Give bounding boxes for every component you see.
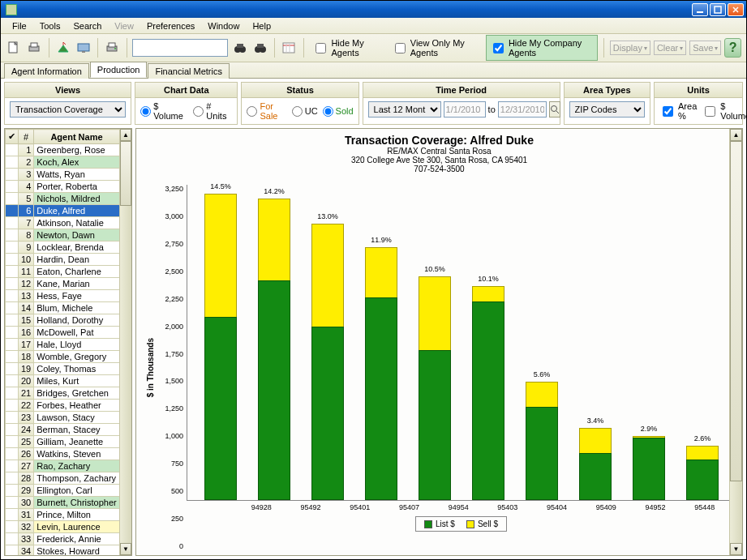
agent-row[interactable]: 8Newton, Dawn (6, 229, 120, 242)
row-check-cell[interactable] (6, 242, 19, 254)
row-check-cell[interactable] (6, 266, 19, 278)
row-check-cell[interactable] (6, 412, 19, 424)
menu-help[interactable]: Help (246, 19, 277, 32)
agent-row[interactable]: 2Koch, Alex (6, 156, 120, 169)
agent-row[interactable]: 5Nichols, Mildred (6, 193, 120, 205)
agent-row[interactable]: 6Duke, Alfred (6, 205, 120, 217)
col-number[interactable]: # (19, 130, 34, 144)
agent-row[interactable]: 9Locklear, Brenda (6, 242, 120, 254)
row-check-cell[interactable] (6, 169, 19, 181)
chk-hide-company-agents[interactable]: Hide My Company Agents (486, 35, 598, 61)
time-period-select[interactable]: Last 12 Mont... (368, 101, 441, 118)
row-check-cell[interactable] (6, 545, 19, 556)
agent-row[interactable]: 1Greenberg, Rose (6, 144, 120, 156)
radio-uc[interactable]: UC (292, 106, 318, 117)
row-check-cell[interactable] (6, 205, 19, 217)
row-check-cell[interactable] (6, 302, 19, 314)
row-check-cell[interactable] (6, 144, 19, 156)
agent-row[interactable]: 29Ellington, Carl (6, 485, 120, 497)
agent-row[interactable]: 14Blum, Michele (6, 302, 120, 314)
row-check-cell[interactable] (6, 327, 19, 339)
chart-scrollbar[interactable]: ▲ ▼ (729, 129, 742, 555)
row-check-cell[interactable] (6, 497, 19, 509)
radio-sold[interactable]: Sold (323, 106, 354, 117)
menu-window[interactable]: Window (201, 19, 246, 32)
agent-row[interactable]: 11Eaton, Charlene (6, 266, 120, 278)
row-check-cell[interactable] (6, 448, 19, 460)
agent-row[interactable]: 13Hess, Faye (6, 290, 120, 302)
agent-row[interactable]: 12Kane, Marian (6, 278, 120, 290)
agent-row[interactable]: 30Burnett, Christopher (6, 497, 120, 509)
chart-scroll-up-icon[interactable]: ▲ (730, 129, 742, 141)
chk-hide-my-agents[interactable]: Hide My Agents (309, 36, 384, 60)
help-button[interactable]: ? (724, 38, 741, 58)
row-check-cell[interactable] (6, 436, 19, 448)
col-check-icon[interactable]: ✔ (6, 130, 19, 144)
agent-row[interactable]: 20Miles, Kurt (6, 375, 120, 387)
agent-row[interactable]: 33Frederick, Annie (6, 533, 120, 545)
window-maximize-button[interactable] (710, 3, 726, 16)
window-minimize-button[interactable] (692, 3, 708, 16)
row-check-cell[interactable] (6, 509, 19, 521)
chart-scroll-down-icon[interactable]: ▼ (730, 543, 742, 555)
agent-row[interactable]: 3Watts, Ryan (6, 169, 120, 181)
col-agent-name[interactable]: Agent Name (34, 130, 119, 144)
row-check-cell[interactable] (6, 181, 19, 193)
row-check-cell[interactable] (6, 290, 19, 302)
agent-row[interactable]: 24Berman, Stacey (6, 424, 120, 436)
row-check-cell[interactable] (6, 485, 19, 497)
views-select[interactable]: Transaction Coverage (10, 101, 126, 118)
toolbar-print-icon[interactable] (26, 38, 43, 58)
scroll-thumb[interactable] (120, 141, 131, 206)
agent-row[interactable]: 7Atkinson, Natalie (6, 217, 120, 229)
tab-agent-information[interactable]: Agent Information (4, 63, 89, 79)
agent-row[interactable]: 32Levin, Laurence (6, 521, 120, 533)
menu-preferences[interactable]: Preferences (140, 19, 201, 32)
toolbar-export-icon[interactable] (54, 38, 71, 58)
row-check-cell[interactable] (6, 193, 19, 205)
toolbar-monitor-icon[interactable] (75, 38, 92, 58)
chk-dollar-volume[interactable]: $ Volume (702, 101, 747, 121)
agent-row[interactable]: 15Holland, Dorothy (6, 314, 120, 327)
row-check-cell[interactable] (6, 460, 19, 472)
agent-row[interactable]: 27Rao, Zachary (6, 460, 120, 472)
agent-row[interactable]: 34Stokes, Howard (6, 545, 120, 556)
agent-row[interactable]: 28Thompson, Zachary (6, 472, 120, 485)
row-check-cell[interactable] (6, 156, 19, 169)
scroll-down-icon[interactable]: ▼ (120, 543, 131, 555)
toolbar-print2-icon[interactable] (104, 38, 121, 58)
row-check-cell[interactable] (6, 217, 19, 229)
time-search-icon[interactable] (549, 101, 560, 118)
toolbar-calendar-icon[interactable] (281, 38, 298, 58)
row-check-cell[interactable] (6, 254, 19, 266)
agent-row[interactable]: 22Forbes, Heather (6, 400, 120, 412)
row-check-cell[interactable] (6, 533, 19, 545)
toolbar-search-input[interactable] (132, 39, 228, 57)
agent-row[interactable]: 17Hale, Lloyd (6, 339, 120, 351)
chart-scroll-thumb[interactable] (730, 141, 742, 481)
agent-row[interactable]: 26Watkins, Steven (6, 448, 120, 460)
agent-row[interactable]: 16McDowell, Pat (6, 327, 120, 339)
row-check-cell[interactable] (6, 521, 19, 533)
radio-units[interactable]: # Units (193, 101, 232, 121)
row-check-cell[interactable] (6, 314, 19, 327)
row-check-cell[interactable] (6, 229, 19, 242)
agent-row[interactable]: 4Porter, Roberta (6, 181, 120, 193)
chk-view-only-my-agents[interactable]: View Only My Agents (389, 36, 483, 60)
toolbar-binoculars-icon[interactable] (231, 38, 248, 58)
row-check-cell[interactable] (6, 278, 19, 290)
radio-forsale[interactable]: For Sale (247, 101, 286, 121)
row-check-cell[interactable] (6, 472, 19, 485)
menu-tools[interactable]: Tools (33, 19, 67, 32)
row-check-cell[interactable] (6, 351, 19, 363)
menu-search[interactable]: Search (67, 19, 108, 32)
agent-row[interactable]: 23Lawson, Stacy (6, 412, 120, 424)
scroll-up-icon[interactable]: ▲ (120, 129, 131, 141)
row-check-cell[interactable] (6, 363, 19, 375)
agent-row[interactable]: 18Womble, Gregory (6, 351, 120, 363)
toolbar-document-icon[interactable] (6, 38, 23, 58)
row-check-cell[interactable] (6, 339, 19, 351)
agent-row[interactable]: 31Prince, Milton (6, 509, 120, 521)
agent-row[interactable]: 10Hardin, Dean (6, 254, 120, 266)
window-close-button[interactable] (728, 3, 744, 16)
